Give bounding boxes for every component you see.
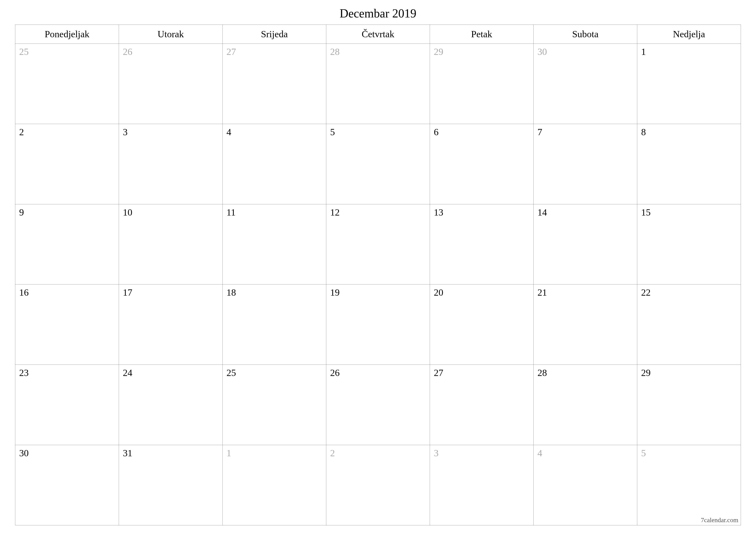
calendar-week-row: 9101112131415 — [15, 204, 741, 285]
day-number: 10 — [123, 207, 132, 218]
calendar-day-cell: 27 — [430, 365, 534, 445]
day-number: 4 — [537, 448, 542, 458]
calendar-day-cell: 20 — [430, 285, 534, 365]
calendar-day-cell: 29 — [637, 365, 741, 445]
day-number: 1 — [227, 448, 231, 458]
day-number: 25 — [227, 368, 236, 378]
calendar-day-cell: 28 — [534, 365, 637, 445]
day-number: 1 — [641, 46, 646, 57]
calendar-title: Decembar 2019 — [15, 7, 741, 20]
day-number: 25 — [19, 46, 29, 57]
day-number: 21 — [537, 287, 547, 298]
calendar-day-cell: 9 — [15, 204, 119, 285]
weekday-header: Četvrtak — [326, 25, 430, 44]
day-number: 26 — [330, 368, 339, 378]
day-number: 22 — [641, 287, 651, 298]
day-number: 31 — [123, 448, 132, 458]
calendar-week-row: 23242526272829 — [15, 365, 741, 445]
calendar-day-cell: 28 — [326, 44, 430, 124]
calendar-day-cell: 11 — [223, 204, 326, 285]
calendar-day-cell: 24 — [119, 365, 223, 445]
calendar-body: 2526272829301234567891011121314151617181… — [15, 44, 741, 525]
calendar-day-cell: 26 — [119, 44, 223, 124]
calendar-day-cell: 17 — [119, 285, 223, 365]
calendar-week-row: 303112345 — [15, 445, 741, 525]
calendar-day-cell: 3 — [430, 445, 534, 525]
day-number: 7 — [537, 127, 542, 138]
weekday-header: Nedjelja — [637, 25, 741, 44]
day-number: 3 — [123, 127, 127, 138]
footer-credit: 7calendar.com — [701, 516, 738, 524]
calendar-day-cell: 12 — [326, 204, 430, 285]
calendar-day-cell: 1 — [223, 445, 326, 525]
calendar-day-cell: 4 — [534, 445, 637, 525]
day-number: 11 — [227, 207, 235, 218]
calendar-week-row: 2345678 — [15, 124, 741, 204]
day-number: 3 — [434, 448, 439, 458]
day-number: 2 — [19, 127, 24, 138]
day-number: 30 — [19, 448, 29, 458]
calendar-day-cell: 29 — [430, 44, 534, 124]
weekday-header: Petak — [430, 25, 534, 44]
day-number: 14 — [537, 207, 547, 218]
day-number: 24 — [123, 368, 132, 378]
weekday-header: Srijeda — [223, 25, 326, 44]
day-number: 27 — [434, 368, 443, 378]
day-number: 9 — [19, 207, 24, 218]
calendar-day-cell: 15 — [637, 204, 741, 285]
calendar-day-cell: 6 — [430, 124, 534, 204]
calendar-day-cell: 4 — [223, 124, 326, 204]
calendar-day-cell: 25 — [223, 365, 326, 445]
calendar-day-cell: 5 — [326, 124, 430, 204]
day-number: 19 — [330, 287, 339, 298]
calendar-day-cell: 16 — [15, 285, 119, 365]
day-number: 15 — [641, 207, 651, 218]
day-number: 18 — [227, 287, 236, 298]
day-number: 23 — [19, 368, 29, 378]
day-number: 28 — [537, 368, 547, 378]
weekday-header: Subota — [534, 25, 637, 44]
day-number: 12 — [330, 207, 339, 218]
day-number: 29 — [641, 368, 651, 378]
calendar-day-cell: 27 — [223, 44, 326, 124]
day-number: 16 — [19, 287, 29, 298]
calendar-day-cell: 18 — [223, 285, 326, 365]
calendar-day-cell: 25 — [15, 44, 119, 124]
day-number: 13 — [434, 207, 443, 218]
calendar-day-cell: 26 — [326, 365, 430, 445]
calendar-grid: Ponedjeljak Utorak Srijeda Četvrtak Peta… — [15, 25, 741, 525]
calendar-day-cell: 22 — [637, 285, 741, 365]
day-number: 17 — [123, 287, 132, 298]
calendar-day-cell: 21 — [534, 285, 637, 365]
day-number: 30 — [537, 46, 547, 57]
weekday-header-row: Ponedjeljak Utorak Srijeda Četvrtak Peta… — [15, 25, 741, 44]
calendar-day-cell: 2 — [326, 445, 430, 525]
day-number: 27 — [227, 46, 236, 57]
calendar-day-cell: 31 — [119, 445, 223, 525]
calendar-day-cell: 3 — [119, 124, 223, 204]
calendar-day-cell: 1 — [637, 44, 741, 124]
day-number: 29 — [434, 46, 443, 57]
calendar-day-cell: 13 — [430, 204, 534, 285]
calendar-week-row: 16171819202122 — [15, 285, 741, 365]
day-number: 5 — [641, 448, 646, 458]
day-number: 2 — [330, 448, 335, 458]
calendar-day-cell: 10 — [119, 204, 223, 285]
weekday-header: Ponedjeljak — [15, 25, 119, 44]
day-number: 28 — [330, 46, 339, 57]
day-number: 8 — [641, 127, 646, 138]
day-number: 20 — [434, 287, 443, 298]
calendar-day-cell: 7 — [534, 124, 637, 204]
calendar-day-cell: 14 — [534, 204, 637, 285]
calendar-day-cell: 5 — [637, 445, 741, 525]
day-number: 4 — [227, 127, 231, 138]
weekday-header: Utorak — [119, 25, 223, 44]
day-number: 6 — [434, 127, 439, 138]
calendar-day-cell: 19 — [326, 285, 430, 365]
calendar-week-row: 2526272829301 — [15, 44, 741, 124]
calendar-day-cell: 8 — [637, 124, 741, 204]
day-number: 5 — [330, 127, 335, 138]
calendar-day-cell: 2 — [15, 124, 119, 204]
calendar-day-cell: 23 — [15, 365, 119, 445]
calendar-day-cell: 30 — [534, 44, 637, 124]
